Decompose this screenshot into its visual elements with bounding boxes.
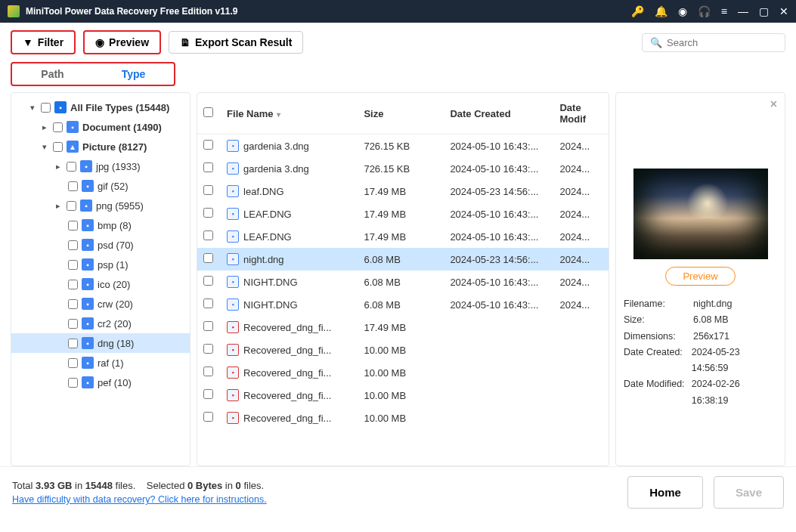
file-row[interactable]: ▪leaf.DNG17.49 MB2024-05-23 14:56:...202… (197, 180, 609, 203)
file-checkbox[interactable] (203, 389, 213, 399)
tree-checkbox[interactable] (68, 260, 78, 270)
key-icon[interactable]: 🔑 (631, 5, 644, 17)
filetype-icon: ▪ (80, 160, 92, 172)
select-all-checkbox[interactable] (203, 107, 213, 117)
col-size[interactable]: Size (358, 93, 444, 135)
tree-checkbox[interactable] (68, 319, 78, 329)
chevron-icon[interactable]: ▾ (28, 103, 37, 113)
tree-item-pef[interactable]: ▪pef (10) (11, 373, 190, 392)
tree-item-png[interactable]: ▸▪png (5955) (11, 196, 190, 215)
file-row[interactable]: ▪NIGHT.DNG6.08 MB2024-05-10 16:43:...202… (197, 293, 609, 316)
col-modified[interactable]: Date Modif (553, 93, 609, 135)
preview-toggle-button[interactable]: ◉ Preview (83, 30, 161, 54)
disc-icon[interactable]: ◉ (678, 5, 687, 17)
file-checkbox[interactable] (203, 412, 213, 422)
file-row[interactable]: ▪Recovered_dng_fi...17.49 MB (197, 316, 609, 339)
file-created (444, 384, 553, 407)
tab-path[interactable]: Path (12, 63, 93, 85)
tree-item-bmp[interactable]: ▪bmp (8) (11, 215, 190, 235)
file-checkbox[interactable] (203, 140, 213, 150)
tree-item-psd[interactable]: ▪psd (70) (11, 235, 190, 255)
close-preview-icon[interactable]: × (770, 97, 777, 111)
tree-item-pic[interactable]: ▾▲Picture (8127) (11, 137, 190, 156)
file-name: NIGHT.DNG (243, 299, 298, 311)
file-checkbox[interactable] (203, 185, 213, 195)
help-link[interactable]: Have difficulty with data recovery? Clic… (12, 494, 267, 505)
home-button[interactable]: Home (627, 476, 703, 509)
tree-checkbox[interactable] (67, 162, 76, 172)
tree-checkbox[interactable] (68, 221, 78, 230)
file-list[interactable]: File Name▾ Size Date Created Date Modif … (197, 92, 609, 466)
close-icon[interactable]: ✕ (779, 5, 788, 17)
export-icon: 🗎 (180, 36, 190, 48)
minimize-icon[interactable]: — (738, 5, 748, 17)
search-box[interactable]: 🔍 (642, 33, 785, 52)
tree-item-all[interactable]: ▾▪All File Types (15448) (11, 97, 190, 117)
file-row[interactable]: ▪Recovered_dng_fi...10.00 MB (197, 361, 609, 384)
tree-checkbox[interactable] (68, 280, 78, 289)
meta-row: Filename:night.dng (624, 296, 777, 312)
file-row[interactable]: ▪Recovered_dng_fi...10.00 MB (197, 339, 609, 361)
file-row[interactable]: ▪NIGHT.DNG6.08 MB2024-05-10 16:43:...202… (197, 271, 609, 293)
bell-icon[interactable]: 🔔 (655, 5, 667, 17)
tree-item-dng[interactable]: ▪dng (18) (11, 333, 190, 353)
file-created (444, 316, 553, 339)
maximize-icon[interactable]: ▢ (759, 5, 769, 17)
tree-label: gif (52) (98, 181, 128, 192)
file-name: LEAF.DNG (243, 209, 292, 220)
file-checkbox[interactable] (203, 344, 213, 354)
file-checkbox[interactable] (203, 253, 213, 263)
sort-arrow-icon[interactable]: ▾ (277, 110, 280, 119)
tree-checkbox[interactable] (68, 358, 78, 368)
tree-item-cr2[interactable]: ▪cr2 (20) (11, 314, 190, 333)
file-checkbox[interactable] (203, 276, 213, 286)
open-preview-button[interactable]: Preview (665, 267, 735, 286)
tree-item-crw[interactable]: ▪crw (20) (11, 294, 190, 314)
col-created[interactable]: Date Created (444, 93, 553, 135)
file-modified: 2024... (553, 157, 609, 180)
headphones-icon[interactable]: 🎧 (698, 5, 711, 17)
file-type-tree[interactable]: ▾▪All File Types (15448)▸▪Document (1490… (11, 92, 190, 466)
file-row[interactable]: ▪LEAF.DNG17.49 MB2024-05-10 16:43:...202… (197, 203, 609, 225)
file-checkbox[interactable] (203, 230, 213, 240)
tree-checkbox[interactable] (68, 181, 78, 191)
tree-checkbox[interactable] (68, 240, 78, 250)
tab-type[interactable]: Type (93, 63, 174, 85)
tree-item-jpg[interactable]: ▸▪jpg (1933) (11, 156, 190, 176)
search-input[interactable] (667, 37, 777, 48)
tree-item-doc[interactable]: ▸▪Document (1490) (11, 117, 190, 137)
chevron-icon[interactable]: ▾ (40, 142, 49, 152)
file-row[interactable]: ▪gardenia 3.dng726.15 KB2024-05-10 16:43… (197, 135, 609, 158)
tree-checkbox[interactable] (68, 339, 78, 348)
file-row[interactable]: ▪Recovered_dng_fi...10.00 MB (197, 407, 609, 429)
file-row[interactable]: ▪gardenia 3.dng726.15 KB2024-05-10 16:43… (197, 157, 609, 180)
filter-button[interactable]: ▼ Filter (11, 30, 76, 54)
export-button[interactable]: 🗎 Export Scan Result (169, 31, 303, 54)
tree-item-psp[interactable]: ▪psp (1) (11, 255, 190, 274)
file-checkbox[interactable] (203, 162, 213, 172)
file-checkbox[interactable] (203, 298, 213, 308)
col-name[interactable]: File Name (227, 108, 273, 119)
tree-checkbox[interactable] (53, 122, 63, 132)
tree-checkbox[interactable] (53, 142, 63, 152)
file-row[interactable]: ▪LEAF.DNG17.49 MB2024-05-10 16:43:...202… (197, 225, 609, 248)
tree-item-gif[interactable]: ▪gif (52) (11, 176, 190, 196)
file-checkbox[interactable] (203, 367, 213, 376)
file-checkbox[interactable] (203, 321, 213, 331)
chevron-icon[interactable]: ▸ (54, 201, 63, 211)
tree-item-raf[interactable]: ▪raf (1) (11, 353, 190, 373)
file-row[interactable]: ▪night.dng6.08 MB2024-05-23 14:56:...202… (197, 248, 609, 271)
file-modified: 2024... (553, 271, 609, 293)
file-checkbox[interactable] (203, 208, 213, 218)
tree-checkbox[interactable] (67, 201, 76, 211)
chevron-icon[interactable]: ▸ (54, 162, 63, 172)
tree-checkbox[interactable] (41, 103, 51, 113)
file-row[interactable]: ▪Recovered_dng_fi...10.00 MB (197, 384, 609, 407)
tree-checkbox[interactable] (68, 299, 78, 309)
chevron-icon[interactable]: ▸ (40, 122, 49, 132)
menu-icon[interactable]: ≡ (721, 5, 727, 17)
save-button[interactable]: Save (714, 476, 784, 509)
tree-checkbox[interactable] (68, 378, 78, 388)
file-modified: 2024... (553, 248, 609, 271)
tree-item-ico[interactable]: ▪ico (20) (11, 274, 190, 294)
